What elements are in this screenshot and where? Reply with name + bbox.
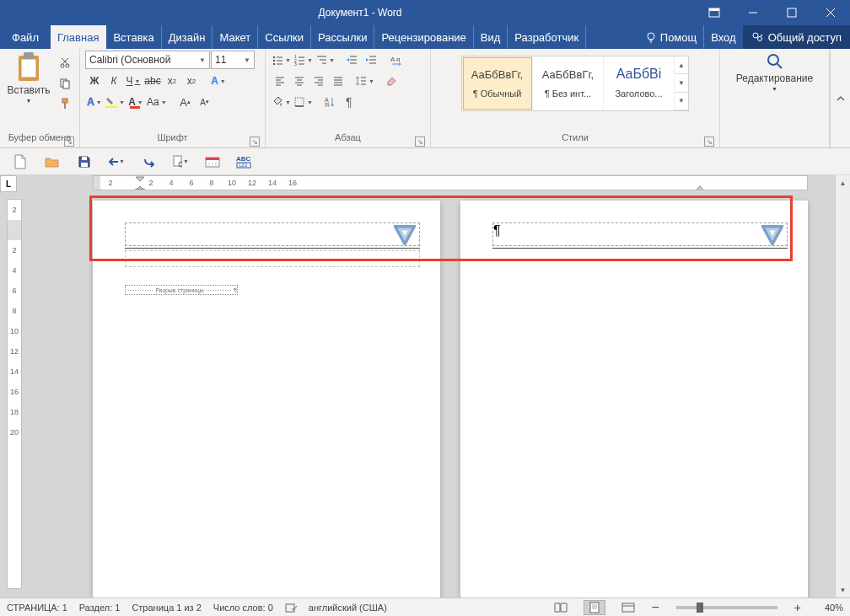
tab-design[interactable]: Дизайн: [162, 25, 213, 49]
tab-references[interactable]: Ссылки: [258, 25, 311, 49]
share-button[interactable]: Общий доступ: [743, 25, 850, 49]
vertical-scrollbar[interactable]: ▲ ▼: [835, 175, 850, 597]
tab-view[interactable]: Вид: [474, 25, 508, 49]
format-painter-button[interactable]: [56, 94, 74, 113]
redo-button[interactable]: [140, 153, 157, 170]
style-no-spacing[interactable]: АаБбВвГг, ¶ Без инт...: [533, 56, 604, 110]
dialog-launcher-icon[interactable]: ↘: [250, 137, 260, 147]
tell-me[interactable]: Помощ: [638, 25, 704, 49]
horizontal-ruler[interactable]: 2 2 4 6 8 10 12 14 16: [93, 175, 808, 190]
numbering-button[interactable]: 123▼: [293, 51, 314, 69]
sort-button[interactable]: AЯ: [320, 93, 339, 111]
dialog-launcher-icon[interactable]: ↘: [704, 137, 714, 147]
word-count-button[interactable]: ABC123: [236, 153, 253, 170]
text-outline-button[interactable]: A▼: [85, 93, 104, 111]
zoom-thumb[interactable]: [697, 603, 703, 613]
status-pages[interactable]: Страница 1 из 2: [132, 603, 201, 613]
status-section[interactable]: Раздел: 1: [79, 603, 121, 613]
maximize-button[interactable]: [772, 0, 811, 25]
cut-button[interactable]: [56, 54, 74, 72]
strikethrough-button[interactable]: abc: [143, 72, 162, 90]
dialog-launcher-icon[interactable]: ↘: [415, 137, 425, 147]
gallery-more-icon[interactable]: ▼: [675, 93, 688, 110]
underline-button[interactable]: Ч▼: [124, 72, 143, 90]
shrink-font-button[interactable]: A▾: [196, 93, 214, 111]
bold-button[interactable]: Ж: [85, 72, 104, 90]
scroll-down-icon[interactable]: ▼: [836, 582, 850, 597]
zoom-in-button[interactable]: +: [794, 601, 801, 614]
insert-date-button[interactable]: [204, 153, 221, 170]
right-indent-icon[interactable]: [694, 176, 706, 190]
multilevel-list-button[interactable]: ▼: [315, 51, 336, 69]
collapse-ribbon-button[interactable]: [830, 49, 850, 147]
gallery-down-icon[interactable]: ▼: [675, 74, 688, 92]
gallery-up-icon[interactable]: ▲: [675, 56, 688, 74]
clear-formatting-button[interactable]: [382, 72, 401, 90]
line-spacing-button[interactable]: ▼: [354, 72, 375, 90]
close-button[interactable]: [811, 0, 850, 25]
zoom-out-button[interactable]: −: [651, 600, 659, 615]
print-layout-button[interactable]: [584, 600, 605, 615]
vertical-ruler[interactable]: 2 2 4 6 8 10 12 14 16 18 20: [7, 199, 22, 589]
web-layout-button[interactable]: [617, 600, 639, 615]
scroll-up-icon[interactable]: ▲: [836, 175, 850, 190]
print-preview-button[interactable]: ▼: [172, 153, 189, 170]
align-center-button[interactable]: [290, 72, 309, 90]
tab-layout[interactable]: Макет: [212, 25, 258, 49]
tab-file[interactable]: Файл: [0, 25, 51, 49]
bullets-button[interactable]: ▼: [271, 51, 292, 69]
text-direction-button[interactable]: Aя: [387, 51, 406, 69]
undo-button[interactable]: ▼: [108, 153, 125, 170]
open-button[interactable]: [44, 153, 61, 170]
page-1[interactable]: Разрыв страницы¶: [93, 201, 440, 597]
grow-font-button[interactable]: A▴: [176, 93, 195, 111]
indent-markers-icon[interactable]: [134, 176, 146, 190]
sign-in[interactable]: Вход: [704, 25, 742, 49]
zoom-slider[interactable]: [676, 606, 777, 609]
borders-button[interactable]: ▼: [293, 93, 314, 111]
font-name-combo[interactable]: Calibri (Основной▼: [85, 51, 210, 69]
proofing-icon[interactable]: [285, 602, 297, 613]
paste-button[interactable]: Вставить ▼: [5, 51, 52, 105]
increase-indent-button[interactable]: [362, 51, 380, 69]
new-doc-button[interactable]: [12, 153, 29, 170]
zoom-level[interactable]: 40%: [813, 603, 843, 613]
page-header[interactable]: [125, 222, 420, 271]
page-header[interactable]: ¶: [492, 222, 788, 271]
new-icon: [13, 154, 27, 169]
align-left-button[interactable]: [271, 72, 289, 90]
status-language[interactable]: английский (США): [309, 603, 387, 613]
tab-mailings[interactable]: Рассылки: [311, 25, 374, 49]
show-marks-button[interactable]: ¶: [340, 93, 358, 111]
shading-button[interactable]: ▼: [271, 93, 292, 111]
svg-point-6: [648, 33, 654, 40]
font-color-button[interactable]: A▼: [126, 93, 145, 111]
status-page[interactable]: СТРАНИЦА: 1: [7, 603, 67, 613]
decrease-indent-button[interactable]: [342, 51, 361, 69]
minimize-button[interactable]: [734, 0, 772, 25]
italic-button[interactable]: К: [105, 72, 123, 90]
align-right-button[interactable]: [309, 72, 328, 90]
justify-button[interactable]: [329, 72, 347, 90]
tab-home[interactable]: Главная: [51, 25, 106, 49]
read-mode-button[interactable]: [550, 600, 572, 615]
style-normal[interactable]: АаБбВвГг, ¶ Обычный: [462, 56, 533, 110]
page-2[interactable]: ¶: [460, 201, 808, 597]
ribbon-display-options-icon[interactable]: [695, 0, 734, 25]
subscript-button[interactable]: x2: [163, 72, 181, 90]
tab-insert[interactable]: Вставка: [106, 25, 161, 49]
text-effects-button[interactable]: A▼: [209, 72, 228, 90]
save-button[interactable]: [76, 153, 93, 170]
tab-selector[interactable]: L: [0, 175, 17, 192]
editing-button[interactable]: Редактирование ▼: [729, 51, 821, 94]
superscript-button[interactable]: x2: [182, 72, 201, 90]
style-heading1[interactable]: АаБбВі Заголово...: [604, 56, 675, 110]
tab-review[interactable]: Рецензирование: [374, 25, 473, 49]
font-size-combo[interactable]: 11▼: [211, 51, 255, 69]
copy-button[interactable]: [56, 74, 74, 93]
tab-developer[interactable]: Разработчик: [508, 25, 586, 49]
status-words[interactable]: Число слов: 0: [213, 603, 273, 613]
dialog-launcher-icon[interactable]: ↘: [64, 137, 74, 147]
highlight-button[interactable]: ▼: [105, 93, 126, 111]
change-case-button[interactable]: Aa▼: [146, 93, 168, 111]
